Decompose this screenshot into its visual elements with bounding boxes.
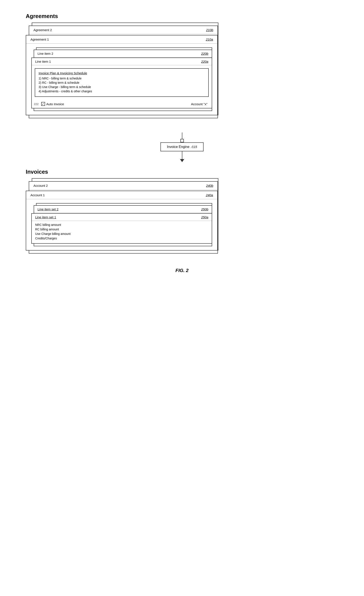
auto-invoice-label: Auto Invoice bbox=[46, 102, 64, 106]
line-set-2-ref: 250b bbox=[201, 207, 208, 211]
arrow-head bbox=[180, 159, 184, 162]
auto-invoice-account: Account "x" bbox=[191, 102, 207, 106]
auto-invoice-checkbox[interactable]: ✓ bbox=[41, 102, 45, 106]
line-item-1-ref: 220a bbox=[201, 60, 208, 63]
line-set-1-label: Line item set 1 bbox=[35, 215, 56, 219]
invoices-title: Invoices bbox=[26, 169, 338, 175]
invoice-plan-item-1: 1) NRC - billing term & schedule bbox=[39, 77, 205, 80]
invoice-engine-box: Invoice Engine ∕115 bbox=[160, 142, 204, 151]
invoice-plan-item-4: 4) Adjustments - credits & other charges bbox=[39, 89, 205, 93]
invoice-body-item-1: NRC billing amount bbox=[35, 223, 208, 226]
line-set-1-ref: 250a bbox=[201, 215, 208, 219]
agreement-2-ref: 210b bbox=[206, 28, 213, 32]
agreement-2-label: Agreement 2 bbox=[33, 28, 52, 32]
account-1-ref: 240a bbox=[206, 193, 213, 197]
invoice-body-item-4: Credits/Charges bbox=[35, 237, 208, 240]
account-1-label: Account 1 bbox=[30, 193, 45, 197]
connector-box bbox=[180, 139, 184, 142]
invoice-plan-item-3: 3) Use Charge - billing term & schedule bbox=[39, 85, 205, 89]
agreement-1-label: Agreement 1 bbox=[30, 37, 49, 41]
figure-label: FIG. 2 bbox=[26, 268, 338, 273]
invoice-body-item-3: Use Charge billing amount bbox=[35, 232, 208, 236]
invoice-plan-item-2: 2) RC - billing term & schedule bbox=[39, 81, 205, 84]
agreement-1-ref: 210a bbox=[206, 37, 213, 41]
invoice-plan-box: Invoice Plan & Invoicing Schedule 1) NRC… bbox=[35, 68, 209, 97]
agreements-section: Agreements Agreement K 210k Agreement 2 … bbox=[26, 13, 338, 162]
account-2-label: Account 2 bbox=[33, 184, 48, 187]
invoice-plan-title: Invoice Plan & Invoicing Schedule bbox=[39, 71, 205, 75]
invoice-body-item-2: RC billing amount bbox=[35, 228, 208, 231]
agreements-title: Agreements bbox=[26, 13, 338, 20]
account-2-ref: 240b bbox=[206, 184, 213, 187]
auto-invoice-row: 222 ✓ Auto Invoice Account "x" bbox=[32, 100, 212, 108]
line-set-2-label: Line item set 2 bbox=[37, 207, 58, 211]
line-item-2-ref: 220b bbox=[201, 52, 208, 55]
invoice-engine-label: Invoice Engine bbox=[167, 145, 189, 149]
line-item-1-label: Line item 1 bbox=[35, 60, 51, 63]
arrow-shaft bbox=[182, 151, 182, 159]
invoice-engine-ref: ∕115 bbox=[191, 145, 197, 149]
arrow-to-engine: Invoice Engine ∕115 bbox=[26, 133, 338, 162]
arrow-down-group bbox=[180, 151, 184, 162]
arrow-up-line bbox=[182, 133, 182, 139]
invoices-section: Invoices Account M 240m Account 2 240b A… bbox=[26, 169, 338, 251]
line-item-2-label: Line item 2 bbox=[37, 52, 53, 55]
auto-invoice-ref-label: 222 bbox=[34, 102, 39, 106]
